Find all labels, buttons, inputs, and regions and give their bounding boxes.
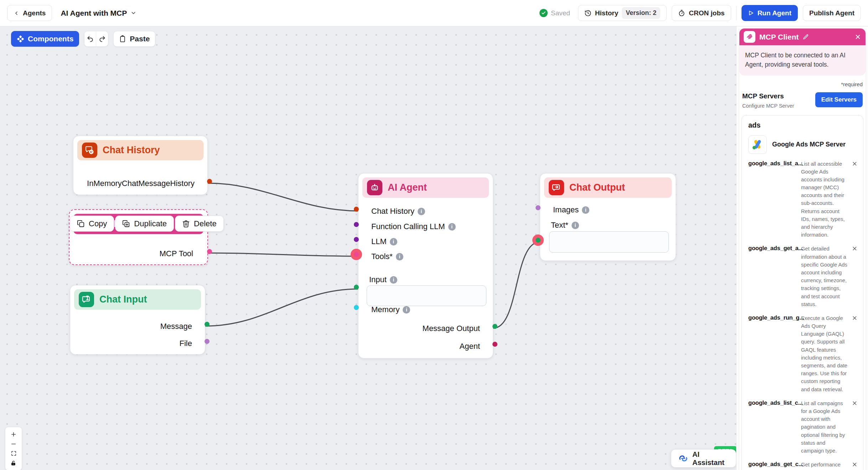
flow-canvas[interactable]: Components Paste [0, 26, 736, 470]
port-label-mcp-tool: MCP Tool [80, 248, 193, 259]
agent-input-field[interactable] [367, 285, 486, 306]
text-input-field[interactable] [549, 231, 669, 253]
saved-check-icon [539, 9, 548, 17]
mcp-client-panel: MCP Client MCP Client to be connected to… [739, 29, 866, 470]
version-badge: Version: 2 [622, 7, 660, 19]
port-label-llm: LLM i [371, 236, 397, 247]
panel-title: MCP Client [759, 33, 799, 41]
port-mcp-tool-out[interactable] [207, 249, 212, 254]
info-icon[interactable]: i [403, 306, 410, 314]
remove-tool-icon[interactable] [852, 399, 859, 455]
port-chat-history-in[interactable] [354, 207, 359, 212]
info-icon[interactable]: i [396, 253, 403, 260]
server-group-label: ads [746, 121, 859, 129]
remove-tool-icon[interactable] [852, 314, 859, 393]
edge-mcp-to-tools [208, 253, 358, 256]
edge-output-to-text [493, 242, 540, 328]
port-text-in[interactable] [536, 238, 541, 243]
canvas-toolbar: Components Paste [11, 31, 155, 47]
tool-name: google_ads_get_c... [748, 461, 797, 470]
tool-name: google_ads_run_g... [748, 314, 797, 393]
tool-description: List all accessible Google Ads accounts … [801, 160, 848, 239]
fit-view-button[interactable] [6, 449, 21, 458]
server-name: Google Ads MCP Server [772, 141, 846, 148]
publish-agent-button[interactable]: Publish Agent [803, 5, 861, 21]
edit-name-icon[interactable] [802, 34, 809, 40]
zoom-in-button[interactable] [6, 429, 21, 439]
node-chat-history[interactable]: Chat History InMemoryChatMessageHistory [73, 136, 208, 195]
edit-servers-button[interactable]: Edit Servers [815, 92, 863, 107]
copy-button[interactable]: Copy [70, 216, 114, 232]
port-label-images: Images i [553, 205, 589, 215]
paste-button[interactable]: Paste [113, 31, 155, 47]
info-icon[interactable]: i [572, 222, 579, 229]
ai-assistant-button[interactable]: AI Assistant [671, 449, 736, 468]
remove-tool-icon[interactable] [852, 245, 859, 308]
port-input-in[interactable] [354, 285, 359, 290]
tool-row: google_ads_get_c... Get performance metr… [746, 461, 859, 470]
cron-jobs-button[interactable]: CRON jobs [672, 5, 731, 21]
run-agent-button[interactable]: Run Agent [742, 5, 798, 21]
undo-redo-group [84, 31, 108, 47]
duplicate-button[interactable]: Duplicate [115, 216, 174, 232]
tool-row: google_ads_get_a... Get detailed informa… [746, 245, 859, 308]
flow-name[interactable]: AI Agent with MCP [61, 9, 136, 17]
info-icon[interactable]: i [390, 238, 397, 246]
port-label-tools: Tools* i [371, 251, 403, 262]
port-memory-in[interactable] [354, 305, 359, 310]
chat-history-icon [82, 143, 97, 158]
components-icon [17, 35, 24, 43]
chat-input-icon [79, 292, 94, 307]
zoom-out-button[interactable] [6, 439, 21, 449]
node-chat-input[interactable]: Chat Input Message File [70, 285, 205, 355]
port-file-out[interactable] [205, 339, 210, 344]
panel-header: MCP Client [739, 29, 866, 45]
back-to-agents-button[interactable]: Agents [7, 5, 52, 21]
port-function-calling-llm-in[interactable] [354, 222, 359, 227]
port-label-text: Text* i [551, 220, 579, 231]
node-title: Chat Input [99, 294, 147, 305]
port-label-message: Message [81, 321, 192, 332]
ai-agent-icon [367, 180, 382, 195]
tool-description: Get detailed information about a specifi… [801, 245, 848, 308]
port-message-out[interactable] [205, 322, 210, 327]
mcp-servers-label: MCP Servers [742, 92, 794, 100]
duplicate-icon [122, 220, 130, 228]
port-inmemorychatmessagehistory-out[interactable] [207, 179, 212, 184]
chevron-down-icon [130, 10, 136, 16]
mcp-client-icon [744, 31, 755, 43]
port-tools-in[interactable] [354, 252, 359, 257]
tool-row: google_ads_list_a... List all accessible… [746, 160, 859, 239]
redo-button[interactable] [96, 31, 108, 46]
tool-row: google_ads_list_c... List all campaigns … [746, 399, 859, 455]
info-icon[interactable]: i [582, 206, 589, 214]
node-title: Chat Output [569, 182, 625, 193]
close-panel-icon[interactable] [854, 33, 861, 40]
save-status: Saved [539, 9, 570, 17]
undo-button[interactable] [84, 31, 96, 46]
info-icon[interactable]: i [418, 208, 425, 215]
components-button[interactable]: Components [11, 31, 79, 47]
history-button[interactable]: History Version: 2 [578, 5, 667, 21]
tool-row: google_ads_run_g... Execute a Google Ads… [746, 314, 859, 393]
remove-tool-icon[interactable] [852, 461, 859, 470]
server-row[interactable]: Google Ads MCP Server [746, 135, 859, 154]
info-icon[interactable]: i [448, 223, 456, 231]
ai-assistant-icon [678, 454, 688, 463]
tool-description: Execute a Google Ads Query Language (GAQ… [801, 314, 848, 393]
info-icon[interactable]: i [390, 276, 397, 284]
port-llm-in[interactable] [354, 237, 359, 242]
chevron-left-icon [14, 10, 19, 16]
port-message-output-out[interactable] [492, 324, 497, 329]
history-icon [584, 10, 591, 17]
tool-name: google_ads_get_a... [748, 245, 797, 308]
tool-name: google_ads_list_c... [748, 399, 797, 455]
lock-button[interactable] [6, 458, 21, 468]
port-agent-out[interactable] [492, 342, 497, 347]
remove-tool-icon[interactable] [852, 160, 859, 239]
node-ai-agent[interactable]: AI Agent Chat History i Function Calling… [358, 173, 493, 358]
port-images-in[interactable] [536, 205, 541, 210]
delete-button[interactable]: Delete [175, 216, 224, 232]
panel-description: MCP Client to be connected to an AI Agen… [739, 45, 866, 76]
node-chat-output[interactable]: Chat Output Images i Text* i [540, 173, 676, 261]
